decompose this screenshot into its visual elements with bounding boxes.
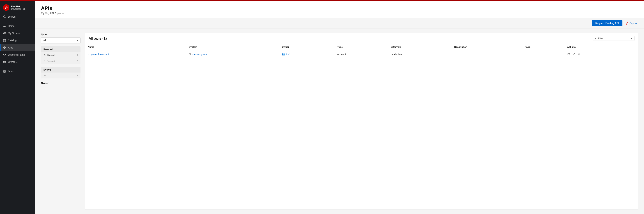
col-system: System (186, 44, 279, 50)
svg-line-2 (5, 17, 6, 18)
filter-icon: ≡ (594, 37, 596, 40)
sidebar-item-learning-paths[interactable]: Learning Paths (0, 51, 35, 58)
clear-filter-icon[interactable]: ✕ (630, 37, 632, 40)
sidebar-item-create-label: Create... (8, 60, 18, 63)
svg-rect-7 (4, 40, 4, 41)
search-label: Search (8, 15, 16, 18)
cell-description (452, 50, 522, 58)
results-filter-input[interactable] (598, 37, 629, 40)
sidebar-item-create[interactable]: Create... (0, 58, 35, 65)
owner-users-icon: 👥 (282, 53, 285, 55)
sidebar: Red Hat Developer Hub Search Home My Gro… (0, 1, 35, 214)
starred-count: 0 (77, 60, 78, 63)
open-external-button[interactable] (567, 52, 570, 56)
type-select[interactable]: all openapi graphql grpc asyncapi (41, 37, 80, 43)
type-select-wrapper: all openapi graphql grpc asyncapi ▼ (41, 37, 80, 43)
sidebar-item-docs[interactable]: Docs (0, 68, 35, 75)
myorg-filter-card: My Org All 1 (41, 67, 80, 78)
api-table: Name System Owner Type Lifecycle Descrip… (85, 44, 638, 58)
page-title: APIs (41, 5, 638, 11)
users-icon (3, 32, 6, 35)
table-header-row: Name System Owner Type Lifecycle Descrip… (85, 44, 638, 50)
col-name: Name (85, 44, 186, 50)
cell-name: ✦ parasol-store-api (85, 50, 186, 58)
plus-circle-icon (3, 60, 6, 64)
table-row: ✦ parasol-store-api ⊞ parasol-system 👥 d… (85, 50, 638, 58)
sidebar-item-home-label: Home (8, 24, 14, 27)
main-content: APIs My Org API Explorer Register Existi… (35, 1, 644, 214)
col-type: Type (334, 44, 388, 50)
graduation-icon (3, 53, 6, 56)
star-icon: ☆ (44, 60, 46, 63)
sidebar-item-home[interactable]: Home (0, 22, 35, 30)
svg-point-4 (5, 32, 6, 33)
sidebar-item-learning-paths-label: Learning Paths (8, 53, 25, 56)
page-toolbar: Register Existing API ❓ Support (35, 18, 644, 29)
svg-rect-8 (5, 40, 6, 41)
personal-filter-card: Personal ⚙ Owned 1 ☆ Starred 0 (41, 46, 80, 64)
col-tags: Tags (522, 44, 564, 50)
search-icon (3, 15, 6, 18)
home-icon (3, 24, 6, 28)
content-area: Type all openapi graphql grpc asyncapi ▼… (35, 29, 644, 214)
col-lifecycle: Lifecycle (388, 44, 452, 50)
cell-actions (564, 50, 638, 58)
edit-button[interactable] (572, 53, 576, 56)
cell-lifecycle: production (388, 50, 452, 58)
gear-icon: ⚙ (44, 54, 46, 56)
myorg-section-label: My Org (41, 67, 80, 72)
chevron-right-icon: › (32, 32, 32, 34)
filter-item-owned[interactable]: ⚙ Owned 1 (41, 52, 80, 58)
sidebar-item-catalog-label: Catalog (8, 39, 16, 42)
type-filter-label: Type (41, 33, 80, 36)
cell-owner: 👥 dev1 (279, 50, 334, 58)
myorg-all-count: 1 (77, 74, 78, 77)
sidebar-item-docs-label: Docs (8, 70, 14, 73)
sidebar-item-catalog[interactable]: Catalog (0, 37, 35, 44)
owner-filter-label: Owner (41, 82, 80, 85)
owner-link[interactable]: 👥 dev1 (282, 53, 332, 55)
cell-system: ⊞ parasol-system (186, 50, 279, 58)
sidebar-item-my-groups[interactable]: My Groups › (0, 30, 35, 37)
search-button[interactable]: Search (0, 13, 35, 20)
api-name-link[interactable]: ✦ parasol-store-api (88, 53, 183, 56)
system-icon: ⊞ (189, 53, 191, 55)
puzzle-icon: ✦ (88, 53, 90, 56)
sidebar-item-apis-label: APIs (8, 46, 13, 49)
question-circle-icon: ❓ (625, 21, 628, 25)
results-filter-wrapper: ≡ ✕ (592, 36, 634, 41)
docs-icon (3, 70, 6, 73)
svg-rect-14 (4, 70, 6, 72)
sidebar-item-apis[interactable]: APIs (0, 44, 35, 51)
col-actions: Actions (564, 44, 638, 50)
star-button[interactable] (577, 52, 581, 56)
svg-rect-5 (4, 39, 4, 40)
owned-count: 1 (77, 54, 78, 56)
register-api-button[interactable]: Register Existing API (592, 20, 622, 26)
catalog-icon (3, 39, 6, 42)
col-description: Description (452, 44, 522, 50)
filter-item-myorg-all[interactable]: All 1 (41, 72, 80, 78)
support-button[interactable]: ❓ Support (625, 21, 638, 25)
page-subtitle: My Org API Explorer (41, 12, 638, 15)
results-header: All apis (1) ≡ ✕ (85, 33, 638, 44)
results-title: All apis (1) (88, 36, 107, 40)
brand-logo: Red Hat Developer Hub (0, 1, 35, 13)
cell-type: openapi (334, 50, 388, 58)
col-owner: Owner (279, 44, 334, 50)
results-panel: All apis (1) ≡ ✕ Name System Owner Type (85, 33, 638, 210)
filter-item-starred[interactable]: ☆ Starred 0 (41, 58, 80, 64)
filter-panel: Type all openapi graphql grpc asyncapi ▼… (41, 33, 80, 210)
cell-tags (522, 50, 564, 58)
svg-point-3 (4, 32, 5, 33)
apis-icon (3, 46, 6, 49)
system-link[interactable]: ⊞ parasol-system (189, 53, 276, 55)
svg-rect-6 (5, 39, 6, 40)
sidebar-divider-1 (0, 21, 35, 21)
personal-section-label: Personal (41, 46, 80, 52)
page-header: APIs My Org API Explorer (35, 1, 644, 18)
redhat-logo-icon (3, 4, 9, 11)
svg-rect-17 (568, 53, 569, 55)
sidebar-item-my-groups-label: My Groups (8, 32, 20, 35)
brand-text: Red Hat Developer Hub (11, 5, 26, 10)
